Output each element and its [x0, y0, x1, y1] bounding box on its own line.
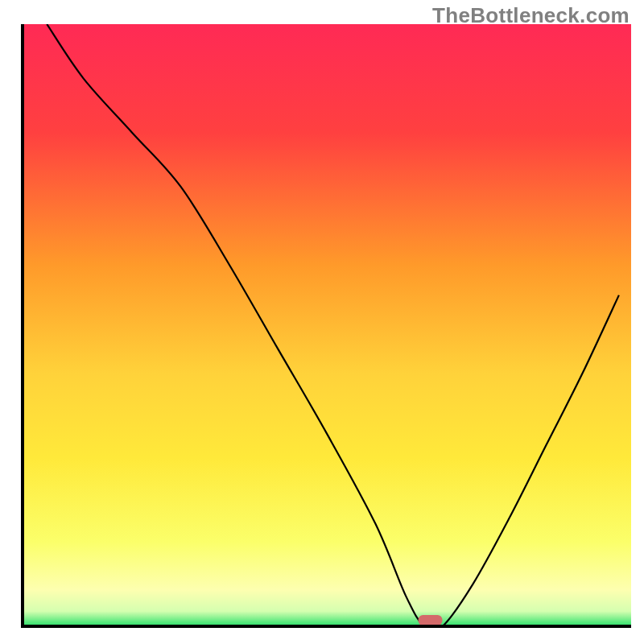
bottleneck-chart	[0, 0, 644, 644]
watermark-label: TheBottleneck.com	[432, 3, 630, 28]
optimum-marker	[419, 615, 443, 625]
chart-background-gradient	[23, 24, 631, 626]
chart-container: TheBottleneck.com	[0, 0, 644, 644]
